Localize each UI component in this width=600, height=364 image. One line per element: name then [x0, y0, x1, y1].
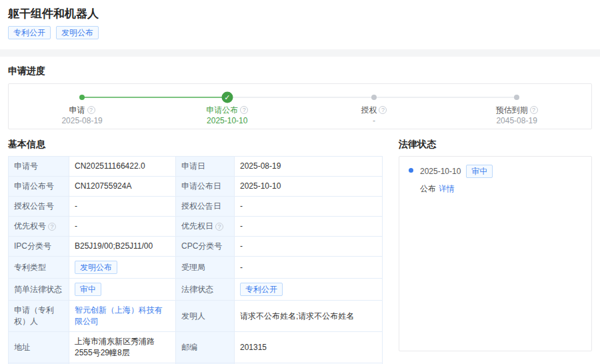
timeline-node-done: [79, 95, 85, 100]
timeline-step-label: 申请公布?2025-10-10: [181, 105, 274, 126]
info-label-cell: 申请（专利权）人: [9, 301, 69, 331]
legal-status-line2: 公布详情: [420, 183, 582, 195]
legal-status-section: 法律状态 2025-10-10审中公布详情: [399, 139, 592, 364]
table-row: 授权公告号-授权公告日-: [9, 196, 382, 216]
legal-status-heading: 法律状态: [399, 139, 592, 151]
info-value-cell: 专利公开: [234, 279, 382, 300]
table-row: IPC分类号B25J19/00;B25J11/00CPC分类号-: [9, 236, 382, 256]
legal-status-panel: 2025-10-10审中公布详情: [399, 156, 592, 351]
info-label-cell: 发明人: [175, 301, 234, 331]
entity-link[interactable]: 智元创新（上海）科技有限公司: [75, 305, 170, 327]
step-dot-icon: [79, 95, 85, 100]
table-row: 地址上海市浦东新区秀浦路2555号29幢8层邮编201315: [9, 331, 382, 363]
status-tag-badge: 审中: [75, 283, 101, 296]
table-row: 简单法律状态审中法律状态专利公开: [9, 278, 382, 300]
info-label-cell: 申请公布日: [175, 177, 234, 196]
help-icon[interactable]: ?: [215, 223, 223, 231]
step-date: 2045-08-19: [470, 116, 563, 126]
table-row: 优先权号?-优先权日?-: [9, 216, 382, 236]
status-tag-badge: 发明公布: [75, 261, 117, 274]
step-name: 申请公布?: [181, 105, 274, 115]
info-value-cell: 审中: [69, 279, 175, 300]
info-value-cell: 2025-08-19: [234, 157, 382, 176]
info-value-cell: -: [234, 257, 382, 278]
info-label-cell: 授权公告号: [9, 197, 69, 216]
info-label-cell: 邮编: [175, 332, 234, 363]
info-value-cell: CN120755924A: [69, 177, 175, 196]
progress-section: 申请进度 申请?2025-08-19✓申请公布?2025-10-10授权?-预估…: [0, 57, 600, 129]
timeline-node-pending: [371, 95, 377, 100]
step-name: 申请?: [35, 105, 129, 115]
detail-link[interactable]: 详情: [439, 184, 455, 193]
step-date: 2025-08-19: [35, 116, 129, 126]
info-value-cell: 201315: [234, 332, 382, 363]
check-circle-icon: ✓: [221, 92, 233, 103]
progress-heading: 申请进度: [8, 65, 592, 77]
info-label-cell: 申请公布号: [9, 177, 69, 196]
step-dot-icon: [514, 95, 519, 100]
legal-status-item: 2025-10-10审中公布详情: [409, 165, 582, 195]
info-value-cell: 智元创新（上海）科技有限公司: [69, 301, 175, 331]
info-value-cell: B25J19/00;B25J11/00: [69, 237, 175, 256]
step-date: -: [327, 116, 421, 126]
info-label-cell: IPC分类号: [9, 237, 69, 256]
page-title: 躯干组件和机器人: [8, 7, 592, 21]
timeline-step-label: 申请?2025-08-19: [35, 105, 129, 126]
info-label-cell: 申请日: [175, 157, 234, 176]
info-value-cell: -: [234, 197, 382, 216]
info-value-cell: -: [234, 217, 382, 236]
page-header: 躯干组件和机器人 专利公开发明公布: [0, 0, 600, 39]
step-dot-icon: [371, 95, 377, 100]
timeline-step-label: 预估到期?2045-08-19: [470, 105, 563, 126]
step-name: 预估到期?: [470, 105, 563, 115]
table-row: 申请公布号CN120755924A申请公布日2025-10-10: [9, 176, 382, 196]
timeline-progress: [82, 97, 227, 98]
info-label-cell: 地址: [9, 332, 69, 363]
title-tag-badge: 专利公开: [8, 26, 51, 39]
basic-info-section: 基本信息 申请号CN202511166422.0申请日2025-08-19申请公…: [8, 139, 383, 364]
timeline-node-current: ✓: [221, 92, 233, 103]
info-label-cell: 受理局: [175, 257, 234, 278]
info-value-cell: -: [69, 217, 175, 236]
legal-status-date: 2025-10-10: [420, 167, 461, 176]
info-label-cell: 法律状态: [175, 279, 234, 300]
help-icon[interactable]: ?: [240, 106, 248, 114]
info-value-cell: -: [234, 237, 382, 256]
title-tag-badge: 发明公布: [56, 26, 99, 39]
info-value-cell: 请求不公布姓名;请求不公布姓名: [234, 301, 382, 331]
step-name: 授权?: [327, 105, 421, 115]
timeline-step-label: 授权?-: [327, 105, 421, 126]
status-tag-badge: 专利公开: [240, 283, 283, 296]
help-icon[interactable]: ?: [379, 106, 387, 114]
info-label-cell: 简单法律状态: [9, 279, 69, 300]
legal-status-tag-badge: 审中: [466, 165, 493, 178]
section-divider: [0, 49, 600, 57]
help-icon[interactable]: ?: [87, 106, 95, 114]
patent-detail-page: 躯干组件和机器人 专利公开发明公布 申请进度 申请?2025-08-19✓申请公…: [0, 0, 600, 364]
table-row: 申请（专利权）人智元创新（上海）科技有限公司发明人请求不公布姓名;请求不公布姓名: [9, 300, 382, 331]
info-label-cell: CPC分类号: [175, 237, 234, 256]
legal-status-line1: 2025-10-10审中: [420, 165, 582, 178]
timeline: 申请?2025-08-19✓申请公布?2025-10-10授权?-预估到期?20…: [8, 83, 592, 129]
help-icon[interactable]: ?: [530, 106, 538, 114]
table-row: 专利类型发明公布受理局-: [9, 256, 382, 278]
info-value-cell: 发明公布: [69, 257, 175, 278]
info-label-cell: 专利类型: [9, 257, 69, 278]
basic-info-heading: 基本信息: [8, 139, 383, 151]
info-value-cell: -: [69, 197, 175, 216]
info-label-cell: 授权公告日: [175, 197, 234, 216]
info-label-cell: 优先权日?: [175, 217, 234, 236]
step-date: 2025-10-10: [181, 116, 274, 126]
info-label-cell: 优先权号?: [9, 217, 69, 236]
info-value-cell: 上海市浦东新区秀浦路2555号29幢8层: [69, 332, 175, 363]
info-label-cell: 申请号: [9, 157, 69, 176]
help-icon[interactable]: ?: [48, 223, 56, 231]
timeline-node-pending: [514, 95, 519, 100]
main-content: 基本信息 申请号CN202511166422.0申请日2025-08-19申请公…: [0, 129, 600, 364]
table-row: 申请号CN202511166422.0申请日2025-08-19: [9, 157, 382, 176]
title-tags: 专利公开发明公布: [8, 26, 592, 39]
info-value-cell: 2025-10-10: [234, 177, 382, 196]
bullet-icon: [409, 168, 413, 173]
basic-info-table: 申请号CN202511166422.0申请日2025-08-19申请公布号CN1…: [8, 156, 383, 364]
info-value-cell: CN202511166422.0: [69, 157, 175, 176]
